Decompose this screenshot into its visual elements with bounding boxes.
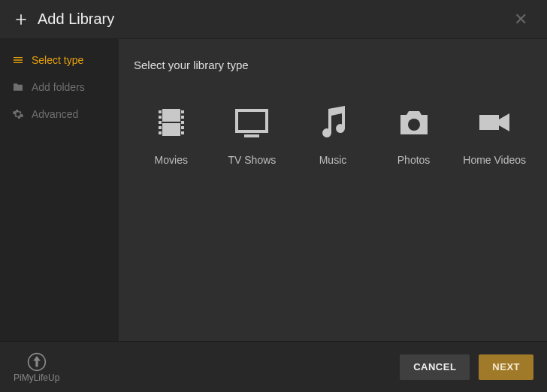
next-button[interactable]: NEXT [479, 354, 533, 380]
svg-rect-8 [181, 110, 184, 113]
svg-rect-9 [181, 116, 184, 119]
type-label: Movies [136, 154, 207, 166]
svg-point-16 [408, 119, 420, 131]
svg-rect-12 [181, 131, 184, 134]
camera-icon [379, 101, 449, 143]
cancel-button[interactable]: CANCEL [400, 354, 470, 380]
svg-rect-10 [181, 121, 184, 124]
list-icon [12, 54, 24, 66]
type-label: Music [298, 154, 368, 166]
gear-icon [12, 108, 24, 120]
add-library-modal: Add Library ✕ Select type Add folders [0, 0, 547, 392]
modal-header: Add Library ✕ [0, 0, 547, 39]
prompt-text: Select your library type [134, 59, 535, 71]
footer-buttons: CANCEL NEXT [400, 354, 533, 380]
svg-rect-4 [159, 116, 162, 119]
type-label: Home Videos [459, 154, 530, 166]
folder-icon [12, 81, 24, 93]
modal-title: Add Library [38, 11, 114, 28]
svg-rect-15 [244, 134, 259, 137]
sidebar-item-advanced[interactable]: Advanced [0, 101, 119, 128]
main-panel: Select your library type Movies TV Shows [119, 39, 547, 341]
type-music[interactable]: Music [298, 101, 368, 166]
modal-body: Select type Add folders Advanced Select … [0, 39, 547, 341]
svg-rect-3 [159, 110, 162, 113]
sidebar-item-add-folders[interactable]: Add folders [0, 74, 119, 101]
tv-icon [216, 101, 287, 143]
type-photos[interactable]: Photos [379, 101, 449, 166]
type-home-videos[interactable]: Home Videos [459, 101, 530, 166]
plus-icon [14, 12, 29, 27]
sidebar-item-label: Select type [32, 54, 83, 66]
music-icon [298, 101, 368, 143]
type-label: TV Shows [216, 154, 287, 166]
film-icon [136, 101, 207, 143]
watermark-text: PiMyLifeUp [14, 373, 59, 382]
svg-rect-11 [181, 126, 184, 129]
type-tv-shows[interactable]: TV Shows [216, 101, 287, 166]
modal-footer: PiMyLifeUp CANCEL NEXT [0, 341, 547, 392]
svg-rect-7 [159, 131, 162, 134]
sidebar: Select type Add folders Advanced [0, 39, 119, 341]
svg-rect-5 [159, 121, 162, 124]
video-camera-icon [459, 101, 530, 143]
close-icon[interactable]: ✕ [508, 7, 533, 32]
svg-rect-14 [237, 110, 267, 131]
sidebar-item-select-type[interactable]: Select type [0, 47, 119, 74]
watermark: PiMyLifeUp [14, 352, 59, 382]
type-label: Photos [379, 154, 449, 166]
svg-rect-17 [479, 115, 499, 130]
sidebar-item-label: Advanced [32, 108, 78, 120]
svg-rect-13 [162, 122, 180, 123]
type-movies[interactable]: Movies [136, 101, 207, 166]
watermark-logo-icon [27, 352, 47, 372]
sidebar-item-label: Add folders [32, 81, 85, 93]
library-types: Movies TV Shows Music [131, 101, 535, 166]
svg-rect-6 [159, 126, 162, 129]
